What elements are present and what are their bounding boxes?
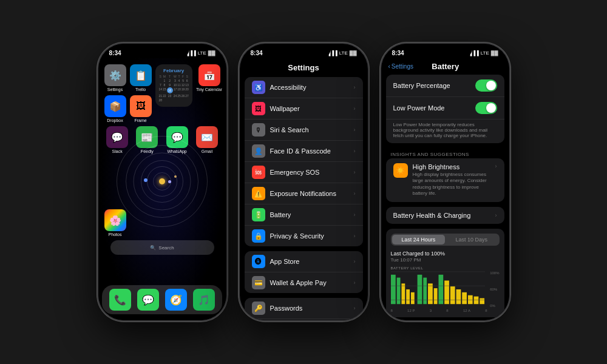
dock-messages[interactable]: 💬 xyxy=(137,289,159,311)
battery-chart-section: Last 24 Hours Last 10 Days Last Charged … xyxy=(386,229,504,317)
battery-icon: ▓▓ xyxy=(208,50,215,56)
settings-item-sos[interactable]: 🆘 Emergency SOS › xyxy=(245,162,363,183)
svg-rect-12 xyxy=(456,289,461,304)
app-dropbox[interactable]: 📦 Dropbox xyxy=(104,95,126,123)
settings-item-mail[interactable]: ✉️ Mail › xyxy=(245,319,363,320)
lte-label-2: LTE xyxy=(339,50,348,56)
health-row[interactable]: Battery Health & Charging › xyxy=(386,207,504,224)
settings-item-wallet[interactable]: 💳 Wallet & Apple Pay › xyxy=(245,272,363,293)
battery-percentage-row: Battery Percentage xyxy=(386,75,504,97)
battery-icon-2: ▓▓ xyxy=(350,50,357,56)
wallpaper-icon: 🖼 xyxy=(252,102,265,115)
app-tiny-calendar[interactable]: 📅 Tiny Calendar xyxy=(196,64,222,92)
search-bar[interactable]: 🔍 Search xyxy=(110,240,214,255)
chevron-icon-7: › xyxy=(354,212,356,218)
calendar-month: February xyxy=(159,68,189,73)
status-icons-2: ▐▐▐ LTE ▓▓ xyxy=(327,50,357,56)
faceid-label: Face ID & Passcode xyxy=(270,147,349,155)
app-photos[interactable]: 🌸 Photos xyxy=(104,209,126,237)
appstore-label: App Store xyxy=(270,258,349,265)
dock-phone[interactable]: 📞 xyxy=(109,289,131,311)
chevron-icon-8: › xyxy=(354,233,356,239)
privacy-icon: 🔒 xyxy=(252,229,265,243)
battery-chart-svg xyxy=(391,271,485,308)
accessibility-label: Accessibility xyxy=(270,84,349,91)
dock-safari[interactable]: 🧭 xyxy=(165,289,187,311)
siri-label: Siri & Search xyxy=(270,126,349,133)
exposure-label: Exposure Notifications xyxy=(270,190,349,197)
battery-percentage-toggle[interactable] xyxy=(475,79,497,92)
settings-item-accessibility[interactable]: ♿ Accessibility › xyxy=(245,77,363,98)
svg-rect-8 xyxy=(433,288,437,304)
accessibility-icon: ♿ xyxy=(252,81,265,94)
notch-1 xyxy=(135,44,189,58)
settings-section-2: 🅐 App Store › 💳 Wallet & Apple Pay › xyxy=(245,251,363,293)
appstore-icon: 🅐 xyxy=(252,255,265,268)
orbit-6 xyxy=(117,136,208,227)
app-gmail[interactable]: ✉️ Gmail xyxy=(194,126,220,153)
app-frame[interactable]: 🖼 Frame xyxy=(130,95,152,123)
chevron-icon-3: › xyxy=(354,127,356,133)
y-label-60: 60% xyxy=(490,288,499,291)
battery-toggles: Battery Percentage Low Power Mode Low Po… xyxy=(386,75,504,143)
back-button[interactable]: ‹ Settings xyxy=(388,63,413,70)
x-label-8: 8 xyxy=(391,309,393,312)
svg-rect-3 xyxy=(406,289,410,304)
tab-10d[interactable]: Last 10 Days xyxy=(445,235,498,244)
chart-charged-time: Tue 10:07 PM xyxy=(391,257,500,263)
chevron-icon-5: › xyxy=(354,169,356,175)
svg-rect-2 xyxy=(401,283,405,304)
time-1: 8:34 xyxy=(109,50,121,56)
phone-3-battery: 8:34 ▐▐▐ LTE ▓▓ ‹ Settings Battery xyxy=(380,42,510,322)
low-power-label: Low Power Mode xyxy=(393,104,445,112)
settings-item-passwords[interactable]: 🔑 Passwords › xyxy=(245,298,363,319)
chart-area: 100% 60% 0% xyxy=(391,271,500,308)
phone-1-home: 8:34 ▐▐▐ LTE ▓▓ ⚙️ Settings xyxy=(97,42,228,322)
high-brightness-row[interactable]: ☀️ High Brightness High display brightne… xyxy=(386,158,504,202)
wallet-label: Wallet & Apple Pay xyxy=(270,279,349,286)
settings-item-battery[interactable]: 🔋 Battery › xyxy=(245,204,363,226)
settings-item-privacy[interactable]: 🔒 Privacy & Security › xyxy=(245,226,363,246)
y-label-0: 0% xyxy=(490,304,499,308)
low-power-desc: Low Power Mode temporarily reduces backg… xyxy=(386,120,504,143)
battery-settings-icon: 🔋 xyxy=(252,208,265,221)
tab-24h[interactable]: Last 24 Hours xyxy=(392,235,446,244)
settings-item-siri[interactable]: 🎙 Siri & Search › xyxy=(245,120,363,141)
chart-x-labels: 8 12 P 3 8 12 A 8 xyxy=(391,309,500,312)
x-label-8b: 8 xyxy=(446,309,448,312)
low-power-toggle[interactable] xyxy=(475,102,497,114)
x-label-3: 3 xyxy=(430,309,432,312)
y-label-100: 100% xyxy=(490,271,499,275)
svg-rect-5 xyxy=(417,274,422,303)
app-slack[interactable]: 💬 Slack xyxy=(104,126,131,153)
settings-item-exposure[interactable]: ⚠️ Exposure Notifications › xyxy=(245,183,363,204)
dock-spotify[interactable]: 🎵 xyxy=(193,289,215,311)
lte-label-3: LTE xyxy=(481,50,489,56)
app-trello[interactable]: 📋 Trello xyxy=(130,64,152,92)
svg-rect-16 xyxy=(480,298,484,304)
chevron-icon-6: › xyxy=(354,190,356,197)
battery-label: Battery xyxy=(270,211,349,218)
battery-percentage-label: Battery Percentage xyxy=(393,82,450,89)
exposure-icon: ⚠️ xyxy=(252,187,265,200)
planet-2 xyxy=(174,175,177,178)
wallet-icon: 💳 xyxy=(252,276,265,289)
brightness-title: High Brightness xyxy=(413,163,490,170)
settings-item-wallpaper[interactable]: 🖼 Wallpaper › xyxy=(245,98,363,120)
brightness-text: High Brightness High display brightness … xyxy=(413,163,490,197)
search-placeholder: Search xyxy=(158,245,174,251)
siri-icon: 🎙 xyxy=(252,123,265,136)
svg-rect-4 xyxy=(410,292,414,303)
settings-item-appstore[interactable]: 🅐 App Store › xyxy=(245,251,363,272)
chevron-icon: › xyxy=(354,84,356,90)
notch-3 xyxy=(418,44,472,58)
insights-header: INSIGHTS AND SUGGESTIONS xyxy=(386,148,504,158)
status-icons-1: ▐▐▐ LTE ▓▓ xyxy=(186,50,215,56)
svg-rect-14 xyxy=(467,295,472,304)
brightness-desc: High display brightness consumes large a… xyxy=(413,172,490,197)
settings-item-faceid[interactable]: 👤 Face ID & Passcode › xyxy=(245,141,363,162)
passwords-label: Passwords xyxy=(270,305,349,312)
svg-rect-0 xyxy=(391,274,396,303)
app-settings[interactable]: ⚙️ Settings xyxy=(104,64,126,92)
status-icons-3: ▐▐▐ LTE ▓▓ xyxy=(469,50,498,56)
